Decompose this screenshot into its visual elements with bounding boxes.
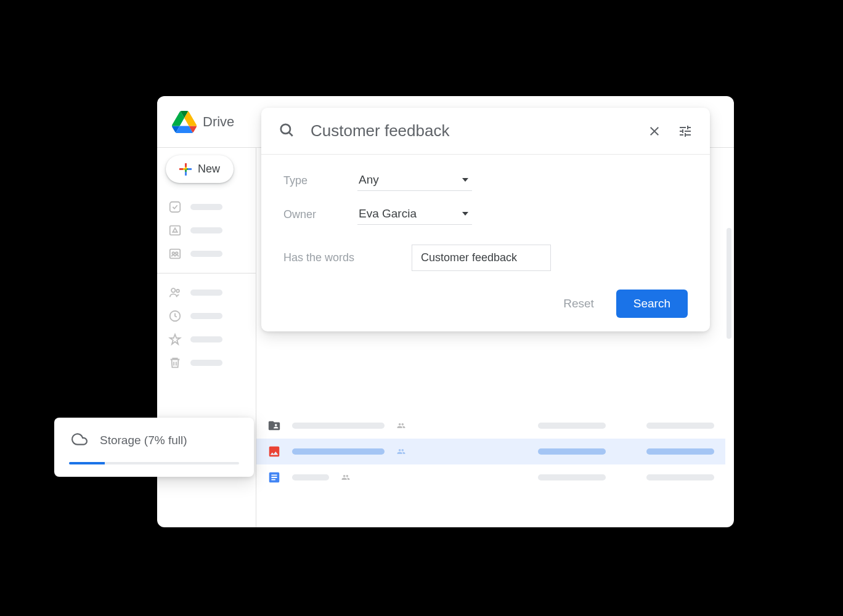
file-name-placeholder xyxy=(292,474,329,480)
file-col-placeholder xyxy=(538,474,606,480)
filter-type: Type Any xyxy=(283,171,688,191)
search-header: Customer feedback xyxy=(261,108,710,155)
file-col-placeholder xyxy=(646,474,714,480)
file-name-placeholder xyxy=(292,423,385,429)
filter-type-label: Type xyxy=(283,174,357,187)
search-panel: Customer feedback Type Any Owner Eva Gar… xyxy=(261,108,710,331)
svg-rect-2 xyxy=(170,249,181,259)
sidebar-item-recent[interactable] xyxy=(166,304,247,328)
close-icon[interactable] xyxy=(647,124,662,139)
search-button[interactable]: Search xyxy=(616,290,688,318)
sidebar-item-trash[interactable] xyxy=(166,351,247,375)
nav-label-placeholder xyxy=(190,313,222,319)
sidebar-item-shared[interactable] xyxy=(166,281,247,304)
sidebar: New xyxy=(157,148,256,382)
svg-line-9 xyxy=(289,132,292,136)
people-icon xyxy=(168,286,182,299)
trash-icon xyxy=(168,356,182,370)
storage-progress-fill xyxy=(69,462,105,464)
file-row[interactable] xyxy=(256,464,725,490)
docs-icon xyxy=(267,471,281,484)
chevron-down-icon xyxy=(462,178,468,182)
sidebar-item-shared-drives[interactable] xyxy=(166,242,247,265)
cloud-icon xyxy=(69,431,90,450)
drive-icon xyxy=(168,224,182,237)
sidebar-item-priority[interactable] xyxy=(166,195,247,219)
filter-type-value: Any xyxy=(359,173,379,187)
svg-rect-0 xyxy=(170,202,181,213)
storage-progress xyxy=(69,462,239,464)
nav-label-placeholder xyxy=(190,290,222,296)
svg-point-5 xyxy=(171,288,175,292)
filter-owner-value: Eva Garcia xyxy=(359,207,417,221)
drive-logo[interactable]: Drive xyxy=(172,111,234,133)
svg-point-8 xyxy=(281,124,290,133)
new-button[interactable]: New xyxy=(166,155,234,183)
filter-owner-select[interactable]: Eva Garcia xyxy=(357,205,472,225)
filter-type-select[interactable]: Any xyxy=(357,171,472,191)
storage-label: Storage (7% full) xyxy=(100,434,187,447)
nav-list-2 xyxy=(166,281,247,375)
shared-drives-icon xyxy=(168,247,182,261)
nav-divider xyxy=(157,273,256,274)
people-icon xyxy=(396,421,407,430)
filter-words-input[interactable] xyxy=(412,245,551,271)
nav-list xyxy=(166,195,247,265)
search-input[interactable]: Customer feedback xyxy=(311,121,631,140)
check-square-icon xyxy=(168,200,182,214)
sidebar-item-starred[interactable] xyxy=(166,328,247,351)
chevron-down-icon xyxy=(462,212,468,216)
tune-icon[interactable] xyxy=(678,124,693,139)
drive-logo-icon xyxy=(172,111,197,133)
nav-label-placeholder xyxy=(190,336,222,342)
nav-label-placeholder xyxy=(190,251,222,257)
star-icon xyxy=(168,333,182,346)
reset-button[interactable]: Reset xyxy=(563,297,594,310)
folder-shared-icon xyxy=(267,419,281,432)
filter-words: Has the words xyxy=(283,245,688,271)
storage-header: Storage (7% full) xyxy=(69,431,239,450)
file-col-placeholder xyxy=(538,448,606,455)
search-filters: Type Any Owner Eva Garcia Has the words xyxy=(261,155,710,290)
file-row[interactable] xyxy=(256,413,725,439)
file-col-placeholder xyxy=(538,423,606,429)
plus-icon xyxy=(179,163,192,176)
filter-owner: Owner Eva Garcia xyxy=(283,205,688,225)
nav-label-placeholder xyxy=(190,360,222,366)
filter-words-label: Has the words xyxy=(283,251,382,264)
svg-point-6 xyxy=(176,290,179,293)
people-icon xyxy=(396,447,407,456)
nav-label-placeholder xyxy=(190,204,222,210)
clock-icon xyxy=(168,309,182,323)
file-name-placeholder xyxy=(292,448,385,455)
filter-owner-label: Owner xyxy=(283,208,357,221)
people-icon xyxy=(340,473,351,482)
image-icon xyxy=(267,445,281,458)
svg-point-4 xyxy=(176,252,178,254)
sidebar-item-mydrive[interactable] xyxy=(166,219,247,242)
scrollbar[interactable] xyxy=(727,228,731,339)
new-button-label: New xyxy=(198,163,220,176)
search-actions: Reset Search xyxy=(261,290,710,331)
storage-card[interactable]: Storage (7% full) xyxy=(54,418,254,477)
file-col-placeholder xyxy=(646,423,714,429)
svg-point-3 xyxy=(172,252,174,254)
nav-label-placeholder xyxy=(190,227,222,233)
file-list xyxy=(256,413,725,490)
file-col-placeholder xyxy=(646,448,714,455)
file-row[interactable] xyxy=(256,439,725,464)
search-icon[interactable] xyxy=(279,122,295,140)
app-name: Drive xyxy=(203,114,234,130)
